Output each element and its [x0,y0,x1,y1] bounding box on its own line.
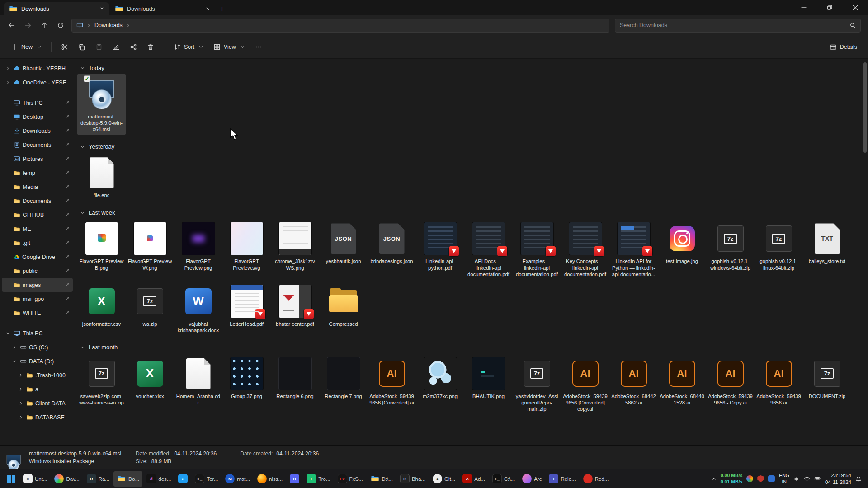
refresh-button[interactable] [52,18,69,33]
maximize-button[interactable] [816,0,842,15]
taskbar-app-explorer[interactable]: Do... [113,471,142,487]
scrollbar-thumb[interactable] [863,62,867,153]
taskbar-app-folder-window[interactable]: D:\... [367,471,396,487]
cut-button[interactable] [57,39,73,55]
file-tile[interactable]: Ai AdobeStock_684425862.ai [609,354,658,408]
taskbar-app-vscode[interactable]: ‹› [175,471,191,487]
file-tile[interactable]: LetterHead.pdf [222,282,271,329]
tab-downloads[interactable]: Downloads [4,2,109,15]
sidebar-item-onedrive-yese[interactable]: OneDrive - YESE [2,75,73,89]
taskbar-app-teams[interactable]: TRele... [546,471,579,487]
file-tile[interactable]: X voucher.xlsx [126,354,174,402]
taskbar-app-terminal[interactable]: >_Ter... [192,471,221,487]
file-tile[interactable]: API Docs — linkedin-api documentation.pd… [464,219,513,279]
sidebar-item-data-d[interactable]: DATA (D:) [2,354,73,368]
group-header[interactable]: Today [80,62,862,73]
sidebar-item-this-pc[interactable]: This PC [2,326,73,340]
file-tile[interactable]: ✓ mattermost-desktop-5.9.0-win-x64.msi [77,74,126,135]
group-header[interactable]: Yesterday [80,141,862,152]
file-tile[interactable]: 7z yashvidotdev_AssignmentRepo-main.zip [513,354,561,414]
taskbar-app-github[interactable]: ●Git... [429,471,458,487]
sidebar-item-google-drive[interactable]: Google Drive [2,250,73,264]
file-tile[interactable]: Ai AdobeStock_594399656 - Copy.ai [706,354,755,408]
file-tile[interactable]: 7z DOCUMENT.zip [803,354,851,402]
upload-tray-icon[interactable] [768,475,775,482]
tray-expand-icon[interactable] [711,476,717,482]
sidebar-item-media[interactable]: Media [2,180,73,194]
file-tile[interactable]: bhatar center.pdf [271,282,319,329]
taskbar-app-trovo[interactable]: TTro... [303,471,333,487]
taskbar-app-raindrop[interactable]: RRa... [84,471,113,487]
copy-button[interactable] [74,39,90,55]
group-header[interactable]: Last month [80,342,862,353]
taskbar-app-cmd[interactable]: >_C:\... [489,471,518,487]
file-tile[interactable]: m2m377xc.png [416,354,464,402]
file-tile[interactable]: FlavorGPT Preview W.png [126,219,174,273]
sidebar-item-a[interactable]: a [2,382,73,396]
taskbar-app-dark-app[interactable]: BBha... [397,471,429,487]
file-tile[interactable]: W vajubhai krishanapark.docx [174,282,222,336]
breadcrumb[interactable]: Downloads [94,22,123,28]
tab-close-icon[interactable] [203,5,212,13]
sidebar-item-desktop[interactable]: Desktop [2,110,73,124]
taskbar-app-arc[interactable]: Arc [519,471,545,487]
start-button[interactable] [3,471,20,487]
file-tile[interactable]: Rectangle 6.png [271,354,319,402]
breadcrumb-chevron-icon[interactable] [126,23,131,28]
file-tile[interactable]: Key Concepts — linkedin-api documentatio… [561,219,609,279]
delete-button[interactable] [142,39,159,55]
sidebar-item-database[interactable]: DATABASE [2,410,73,424]
taskbar-app-mattermost[interactable]: Mmat... [222,471,253,487]
file-tile[interactable]: 7z wa.zip [126,282,174,329]
sidebar-item-client-data[interactable]: Client DATA [2,396,73,410]
shield-tray-icon[interactable] [757,475,764,482]
chrome-tray-icon[interactable] [746,475,753,482]
sidebar-item-this-pc[interactable]: This PC [2,96,73,110]
file-tile[interactable]: Homem_Aranha.cdr [174,354,222,408]
tab-downloads[interactable]: Downloads [109,2,215,15]
new-tab-button[interactable]: + [215,2,229,15]
sidebar-item-documents[interactable]: Documents [2,138,73,152]
sort-button[interactable]: Sort [169,40,208,54]
sidebar-item-documents[interactable]: Documents [2,194,73,208]
paste-button[interactable] [91,39,107,55]
file-tile[interactable]: Rectangle 7.png [319,354,368,402]
sidebar-item-me[interactable]: ME [2,222,73,236]
details-pane-button[interactable]: Details [825,40,862,54]
rename-button[interactable] [108,39,124,55]
selected-checkbox[interactable]: ✓ [84,75,90,82]
search-input[interactable] [620,22,846,28]
file-tile[interactable]: FlavorGPT Preview.svg [222,219,271,273]
sidebar-item-temp[interactable]: temp [2,166,73,180]
vertical-scrollbar[interactable] [863,61,868,443]
file-tile[interactable]: Ai AdobeStock_594399656.ai [755,354,803,408]
file-tile[interactable]: TXT baileys_store.txt [803,219,851,267]
file-tile[interactable]: FlavorGPT Preview B.png [77,219,126,273]
file-tile[interactable]: test-image.jpg [658,219,706,267]
view-button[interactable]: View [209,40,250,54]
sidebar-item-git[interactable]: .git [2,236,73,250]
taskbar-app-design[interactable]: ddes... [143,471,174,487]
file-tile[interactable]: JSON brindadesings.json [368,219,416,267]
close-button[interactable] [842,0,868,15]
file-tile[interactable]: Ai AdobeStock_684401528.ai [658,354,706,408]
sidebar-item-github[interactable]: GITHUB [2,208,73,222]
file-tile[interactable]: LinkedIn API for Python — linkedin-api d… [609,219,658,279]
sidebar-item-os-c[interactable]: OS (C:) [2,340,73,354]
taskbar-app-fxsound[interactable]: FxFxS... [335,471,366,487]
file-tile[interactable]: BHAUTIK.png [464,354,513,402]
file-tile[interactable]: file.enc [77,153,126,201]
search-box[interactable] [615,19,861,33]
forward-button[interactable] [20,18,36,33]
volume-icon[interactable] [793,476,800,482]
sidebar-item-public[interactable]: public [2,264,73,278]
sidebar-item-white[interactable]: WHITE [2,306,73,320]
taskbar-app-davinci[interactable]: Dav... [51,471,82,487]
sidebar-item-bhautik-yesbh[interactable]: Bhautik - YESBH [2,61,73,75]
sidebar-item-pictures[interactable]: Pictures [2,152,73,166]
more-options-button[interactable] [250,39,267,55]
file-tile[interactable]: 7z gophish-v0.12.1-windows-64bit.zip [706,219,755,273]
sidebar-item-downloads[interactable]: Downloads [2,124,73,138]
search-icon[interactable] [849,22,856,28]
file-tile[interactable]: Ai AdobeStock_594399656 [Converted].ai [368,354,416,408]
